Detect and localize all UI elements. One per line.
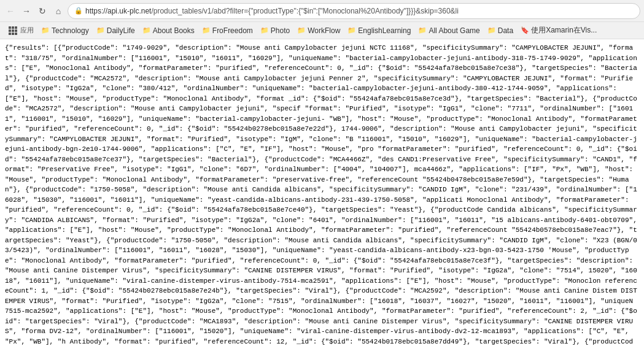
bookmark-dailylife[interactable]: 📁 DailyLife <box>93 25 139 36</box>
bookmark-all-about-game[interactable]: 📁 All About Game <box>414 25 483 36</box>
url-path: /product_tables/v1/abd?filter={"productT… <box>151 7 459 15</box>
address-bar[interactable]: 🔒 https://api.uk-plc.net/product_tables/… <box>68 3 640 19</box>
browser-chrome: ← → ↻ ⌂ 🔒 https://api.uk-plc.net/product… <box>0 0 644 39</box>
folder-icon: 📁 <box>418 26 427 34</box>
bookmark-label: DailyLife <box>107 26 135 35</box>
bookmark-photo[interactable]: 📁 Photo <box>257 25 293 36</box>
bookmarks-bar: 应用 📁 Technology 📁 DailyLife 📁 About Book… <box>0 22 644 39</box>
folder-icon: 📁 <box>142 26 151 34</box>
bookmark-data[interactable]: 📁 Data <box>484 25 517 36</box>
bookmark-icon: 🔖 <box>521 26 529 34</box>
folder-icon: 📁 <box>41 26 50 34</box>
bookmark-label: Photo <box>271 26 290 35</box>
bookmark-english-learning[interactable]: 📁 EnglishLearning <box>344 25 414 36</box>
apps-button[interactable]: 应用 <box>5 25 37 36</box>
page-content: {"results": [{"productCode": "1749-9029"… <box>5 44 637 346</box>
folder-icon: 📁 <box>487 26 496 34</box>
home-button[interactable]: ⌂ <box>52 4 65 18</box>
bookmark-label: All About Game <box>429 26 479 35</box>
bookmark-label: 使用Xamarin在Vis... <box>531 25 597 36</box>
apps-label: 应用 <box>20 26 34 35</box>
bookmark-label: EnglishLearning <box>358 26 411 35</box>
forward-button[interactable]: → <box>20 4 33 18</box>
bookmark-label: About Books <box>153 26 195 35</box>
nav-bar: ← → ↻ ⌂ 🔒 https://api.uk-plc.net/product… <box>0 0 644 22</box>
bookmark-label: FroFreedom <box>212 26 253 35</box>
refresh-button[interactable]: ↻ <box>36 4 49 18</box>
bookmark-frofreedom[interactable]: 📁 FroFreedom <box>198 25 257 36</box>
lock-icon: 🔒 <box>74 7 83 15</box>
bookmark-label: WorkFlow <box>308 26 340 35</box>
content-area: {"results": [{"productCode": "1749-9029"… <box>0 39 644 346</box>
folder-icon: 📁 <box>297 26 306 34</box>
bookmark-about-books[interactable]: 📁 About Books <box>139 25 198 36</box>
bookmark-label: Technology <box>52 26 89 35</box>
bookmark-technology[interactable]: 📁 Technology <box>37 25 93 36</box>
bookmark-workflow[interactable]: 📁 WorkFlow <box>293 25 344 36</box>
folder-icon: 📁 <box>260 26 269 34</box>
bookmark-label: Data <box>498 26 513 35</box>
url-text: https://api.uk-plc.net/product_tables/v1… <box>85 7 634 15</box>
folder-icon: 📁 <box>202 26 211 34</box>
folder-icon: 📁 <box>96 26 105 34</box>
bookmark-xamarin[interactable]: 🔖 使用Xamarin在Vis... <box>517 24 600 37</box>
folder-icon: 📁 <box>347 26 356 34</box>
back-button[interactable]: ← <box>4 4 17 18</box>
grid-icon <box>9 26 17 35</box>
url-domain: https://api.uk-plc.net <box>85 7 151 15</box>
